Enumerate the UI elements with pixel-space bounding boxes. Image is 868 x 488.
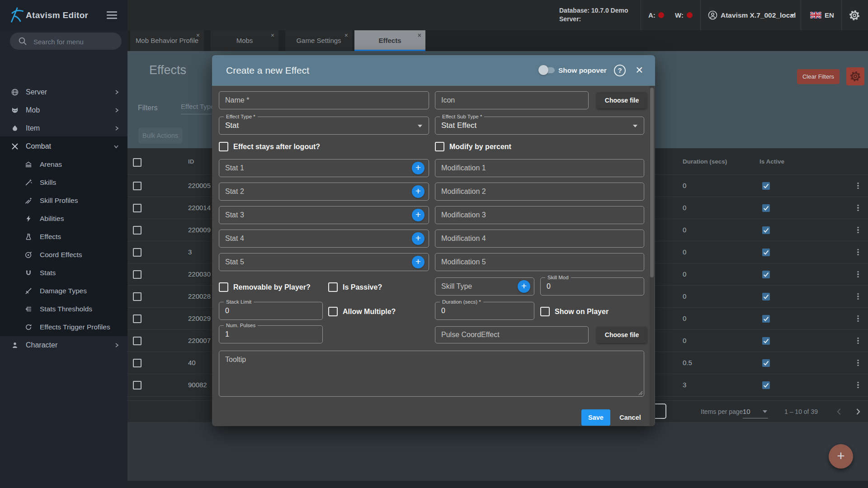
modification-4-field[interactable] xyxy=(435,230,644,248)
stat-3-field[interactable] xyxy=(219,206,429,224)
is-active-checkbox[interactable] xyxy=(762,293,770,300)
stat-5-field[interactable] xyxy=(219,253,429,271)
is-active-checkbox[interactable] xyxy=(762,249,770,256)
clear-filters-button[interactable]: Clear Filters xyxy=(797,69,840,84)
stat-4-field[interactable] xyxy=(219,230,429,248)
sidebar-item-effects[interactable]: Effects xyxy=(0,228,127,246)
add-skill-type-button[interactable]: + xyxy=(518,280,530,293)
close-icon[interactable]: × xyxy=(636,62,643,78)
effect-type-select[interactable]: Effect Type * Stat xyxy=(219,117,429,135)
tab-close-icon[interactable]: × xyxy=(271,32,274,39)
add-stat-3-button[interactable]: + xyxy=(412,209,425,221)
search-input[interactable] xyxy=(33,33,118,51)
sidebar-item-mob[interactable]: Mob xyxy=(0,101,127,119)
stays-after-logout-checkbox[interactable]: Effect stays after logout? xyxy=(219,142,320,151)
sidebar-item-stats-thresholds[interactable]: Stats Thresholds xyxy=(0,300,127,318)
row-menu-icon[interactable] xyxy=(854,358,862,367)
menu-hamburger-icon[interactable] xyxy=(107,11,117,21)
is-active-checkbox[interactable] xyxy=(762,359,770,367)
account-selector[interactable]: Atavism X.7_002_local xyxy=(721,0,796,30)
pulse-choose-file-button[interactable]: Choose file xyxy=(597,327,647,343)
is-passive-checkbox[interactable]: Is Passive? xyxy=(328,282,382,292)
is-active-checkbox[interactable] xyxy=(762,204,770,212)
is-active-checkbox[interactable] xyxy=(762,337,770,345)
modification-1-field[interactable] xyxy=(435,159,644,177)
row-menu-icon[interactable] xyxy=(854,181,862,190)
sidebar-item-coord-effects[interactable]: Coord Effects xyxy=(0,246,127,264)
sidebar-item-stats[interactable]: Stats xyxy=(0,264,127,282)
row-menu-icon[interactable] xyxy=(854,314,862,323)
sidebar-item-server[interactable]: Server xyxy=(0,83,127,101)
add-effect-fab[interactable]: + xyxy=(829,444,853,469)
modification-3-field[interactable] xyxy=(435,206,644,224)
column-header-duration[interactable]: Duration (secs) xyxy=(683,158,727,165)
icon-choose-file-button[interactable]: Choose file xyxy=(597,92,647,108)
is-active-checkbox[interactable] xyxy=(762,381,770,389)
cancel-button[interactable]: Cancel xyxy=(614,409,646,426)
language-selector[interactable]: EN xyxy=(825,0,834,30)
tab-game-settings[interactable]: Game Settings × xyxy=(285,30,352,51)
row-checkbox[interactable] xyxy=(133,270,142,279)
num-pulses-field[interactable]: Num. Pulses xyxy=(219,325,323,343)
allow-multiple-checkbox[interactable]: Allow Multiple? xyxy=(328,307,396,316)
tab-close-icon[interactable]: × xyxy=(344,32,348,39)
sidebar-item-combat[interactable]: Combat xyxy=(0,137,127,155)
icon-field[interactable] xyxy=(435,91,589,109)
row-checkbox[interactable] xyxy=(133,182,142,190)
row-checkbox[interactable] xyxy=(133,359,142,367)
add-stat-1-button[interactable]: + xyxy=(412,162,425,174)
sidebar-item-character[interactable]: Character xyxy=(0,336,127,354)
row-menu-icon[interactable] xyxy=(854,203,862,212)
duration-field[interactable]: Duration (secs) * xyxy=(435,302,534,320)
row-checkbox[interactable] xyxy=(133,381,142,389)
modification-5-field[interactable] xyxy=(435,253,644,271)
name-field[interactable] xyxy=(219,91,429,109)
sidebar-item-arenas[interactable]: Arenas xyxy=(0,155,127,174)
add-stat-4-button[interactable]: + xyxy=(412,232,425,245)
row-menu-icon[interactable] xyxy=(854,248,862,257)
tab-mob-behavior-profile[interactable]: Mob Behavior Profile × xyxy=(130,30,204,51)
column-header-is-active[interactable]: Is Active xyxy=(760,158,784,165)
bulk-actions-button[interactable]: Bulk Actions xyxy=(138,127,182,144)
row-menu-icon[interactable] xyxy=(854,270,862,279)
modification-2-field[interactable] xyxy=(435,183,644,201)
row-menu-icon[interactable] xyxy=(854,292,862,301)
tooltip-field[interactable] xyxy=(219,351,644,397)
row-checkbox[interactable] xyxy=(133,314,142,323)
sidebar-item-effects-trigger-profiles[interactable]: Effects Trigger Profiles xyxy=(0,318,127,336)
is-active-checkbox[interactable] xyxy=(762,226,770,234)
row-menu-icon[interactable] xyxy=(854,380,862,389)
add-stat-5-button[interactable]: + xyxy=(412,256,425,268)
pulse-coordeffect-field[interactable] xyxy=(435,326,589,343)
sidebar-item-skills[interactable]: Skills xyxy=(0,174,127,192)
tab-mobs[interactable]: Mobs × xyxy=(211,30,278,51)
resize-handle-icon[interactable] xyxy=(638,391,643,395)
tab-close-icon[interactable]: × xyxy=(418,32,421,39)
column-header-id[interactable]: ID xyxy=(188,158,194,165)
add-stat-2-button[interactable]: + xyxy=(412,185,425,198)
tab-close-icon[interactable]: × xyxy=(196,32,200,39)
sidebar-item-skill-profiles[interactable]: Skill Profiles xyxy=(0,192,127,210)
sidebar-item-damage-types[interactable]: Damage Types xyxy=(0,282,127,300)
stat-1-field[interactable] xyxy=(219,159,429,177)
show-on-player-checkbox[interactable]: Show on Player xyxy=(540,307,609,316)
table-settings-button[interactable] xyxy=(846,67,864,85)
is-active-checkbox[interactable] xyxy=(762,271,770,278)
row-checkbox[interactable] xyxy=(133,337,142,345)
stack-limit-field[interactable]: Stack Limit xyxy=(219,302,323,320)
row-checkbox[interactable] xyxy=(133,204,142,212)
sidebar-item-item[interactable]: Item xyxy=(0,119,127,137)
row-checkbox[interactable] xyxy=(133,292,142,301)
row-checkbox[interactable] xyxy=(133,248,142,257)
next-page-icon[interactable] xyxy=(853,406,863,417)
account-chevron-down-icon[interactable] xyxy=(790,14,795,17)
save-button[interactable]: Save xyxy=(581,409,610,426)
is-active-checkbox[interactable] xyxy=(762,315,770,323)
previous-page-icon[interactable] xyxy=(834,406,844,417)
effect-sub-type-select[interactable]: Effect Sub Type * Stat Effect xyxy=(435,117,644,135)
is-active-checkbox[interactable] xyxy=(762,182,770,190)
row-checkbox[interactable] xyxy=(133,226,142,235)
settings-gear-icon[interactable] xyxy=(849,10,860,21)
select-all-checkbox[interactable] xyxy=(133,158,142,167)
help-icon[interactable]: ? xyxy=(614,65,626,76)
